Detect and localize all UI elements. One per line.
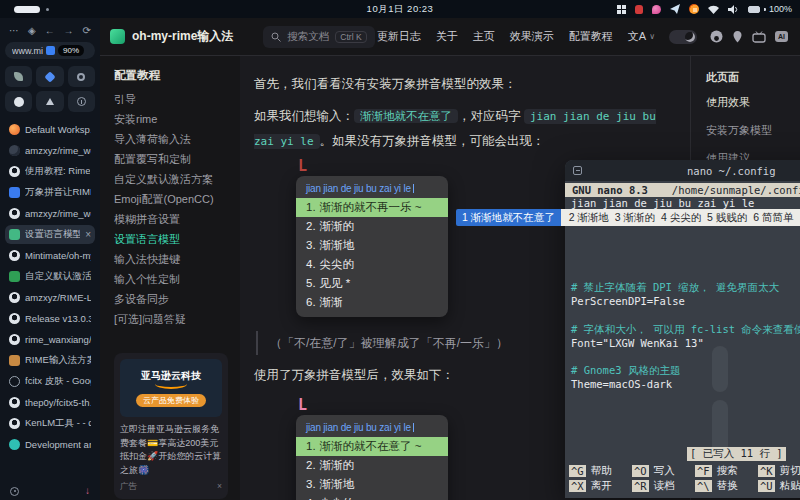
floating-widget[interactable] bbox=[712, 400, 728, 458]
extensions-button[interactable] bbox=[5, 66, 32, 87]
github-icon[interactable] bbox=[710, 30, 723, 43]
ai-assistant-icon[interactable]: AI bbox=[775, 31, 788, 42]
browser-tab[interactable]: 设置语言模型 × bbox=[5, 225, 95, 244]
tab-title: amzxyz/rime_wo… bbox=[25, 208, 91, 219]
browser-toolbar-icon[interactable]: ⟳ bbox=[83, 25, 91, 36]
sidebar-link[interactable]: 自定义默认激活方案 bbox=[114, 169, 230, 189]
settings-button[interactable] bbox=[68, 66, 95, 87]
sidebar-section-title[interactable]: 配置教程 bbox=[114, 68, 230, 83]
sidebar-link[interactable]: 多设备同步 bbox=[114, 289, 230, 309]
upload-button[interactable] bbox=[36, 91, 63, 112]
browser-tab[interactable]: amzxyz/RIME-LM… bbox=[5, 288, 95, 307]
keyboard-grid-tray-icon[interactable] bbox=[617, 5, 626, 14]
nav-link[interactable]: 效果演示 bbox=[510, 29, 554, 44]
tab-favicon bbox=[9, 250, 20, 261]
info-button[interactable] bbox=[68, 91, 95, 112]
sidebar-link[interactable]: 引导 bbox=[114, 89, 230, 109]
workspaces-button[interactable] bbox=[36, 66, 63, 87]
site-logo[interactable] bbox=[110, 29, 125, 44]
pin-icon[interactable] bbox=[732, 30, 743, 43]
browser-toolbar-icon[interactable]: ← bbox=[45, 25, 55, 36]
zoom-level-badge[interactable]: 90% bbox=[58, 45, 84, 56]
terminal-titlebar[interactable]: nano ~/.config bbox=[565, 160, 800, 181]
browser-toolbar-icon[interactable]: ⋯ bbox=[9, 25, 19, 36]
downloads-icon[interactable]: ↓ bbox=[85, 486, 90, 496]
red-app-tray-icon[interactable] bbox=[635, 5, 643, 14]
firefox-tray-icon[interactable] bbox=[689, 4, 699, 14]
nav-link[interactable]: 配置教程 bbox=[569, 29, 613, 44]
battery-indicator[interactable]: 100% bbox=[748, 4, 792, 14]
browser-tab[interactable]: amzxyz/rime_wo… bbox=[5, 141, 95, 160]
bilibili-tv-icon[interactable] bbox=[752, 31, 766, 43]
shortcut-label: 替换 bbox=[717, 479, 738, 493]
nav-link[interactable]: 关于 bbox=[436, 29, 458, 44]
ad-cta-button[interactable]: 云产品免费体验 bbox=[136, 394, 206, 407]
sidebar-link[interactable]: 设置语言模型 bbox=[114, 229, 230, 249]
browser-tab[interactable]: amzxyz/rime_wo… bbox=[5, 204, 95, 223]
wifi-icon[interactable] bbox=[708, 5, 719, 14]
telegram-tray-icon[interactable] bbox=[670, 4, 680, 14]
github-shortcut-button[interactable] bbox=[5, 91, 32, 112]
ime-candidate-selected[interactable]: 1 渐渐地就不在意了 bbox=[456, 209, 561, 226]
outline-link[interactable]: 安装万象模型 bbox=[706, 123, 800, 138]
outline-link[interactable]: 使用效果 bbox=[706, 95, 800, 110]
browser-tab[interactable]: 使用教程: Rime bbox=[5, 162, 95, 181]
volume-icon[interactable] bbox=[728, 5, 739, 14]
language-selector[interactable]: 文A ∨ bbox=[628, 29, 655, 44]
system-tray: 100% bbox=[617, 4, 800, 14]
browser-tab[interactable]: 自定义默认激活… bbox=[5, 267, 95, 286]
sidebar-link[interactable]: 配置覆写和定制 bbox=[114, 149, 230, 169]
quick-actions bbox=[5, 66, 95, 112]
terminal-line: Font="LXGW WenKai 13" bbox=[571, 337, 800, 351]
browser-toolbar-icon[interactable]: → bbox=[64, 25, 74, 36]
fcitx-tray-icon[interactable] bbox=[652, 5, 661, 14]
sidebar-link[interactable]: 模糊拼音设置 bbox=[114, 209, 230, 229]
moon-icon bbox=[685, 32, 695, 42]
browser-tab[interactable]: thep0y/fcitx5-th… bbox=[5, 393, 95, 412]
translate-icon[interactable] bbox=[46, 46, 55, 55]
theme-toggle[interactable] bbox=[669, 30, 697, 44]
terminal-line bbox=[571, 350, 800, 364]
new-tab-icon[interactable] bbox=[573, 166, 582, 175]
browser-tab[interactable]: 万象拼音让RIME… bbox=[5, 183, 95, 202]
ad-close-button[interactable]: × bbox=[217, 481, 222, 493]
search-placeholder: 搜索文档 bbox=[287, 30, 329, 44]
browser-tab[interactable]: fcitx 皮肤 - Goog… bbox=[5, 372, 95, 391]
browser-tab[interactable]: KenLM工具 - - d… bbox=[5, 414, 95, 433]
nav-link[interactable]: 主页 bbox=[473, 29, 495, 44]
shortcut-key: ^O bbox=[632, 465, 649, 477]
nano-status-message: [ 已写入 11 行 ] bbox=[687, 447, 786, 461]
docs-header: oh-my-rime输入法 搜索文档 Ctrl K 更新日志关于主页效果演示配置… bbox=[100, 18, 800, 56]
nav-link[interactable]: 更新日志 bbox=[377, 29, 421, 44]
system-top-bar: 10月1日 20:23 100% bbox=[0, 0, 800, 18]
social-icons: AI bbox=[710, 30, 788, 43]
gear-icon bbox=[77, 73, 85, 81]
shortcut-label: 读档 bbox=[654, 479, 675, 493]
browser-tab[interactable]: Release v13.0.3… bbox=[5, 309, 95, 328]
browser-tab[interactable]: RIME输入法方案… bbox=[5, 351, 95, 370]
search-button[interactable]: 搜索文档 Ctrl K bbox=[263, 26, 374, 48]
sidebar-link[interactable]: 安装rime bbox=[114, 109, 230, 129]
candidate-item: 1.渐渐的就不再一乐 ~ bbox=[296, 198, 448, 217]
sidebar-link[interactable]: 输入个性定制 bbox=[114, 269, 230, 289]
sidebar-link[interactable]: 输入法快捷键 bbox=[114, 249, 230, 269]
browser-tab[interactable]: Mintimate/oh-my… bbox=[5, 246, 95, 265]
privacy-eye-icon[interactable] bbox=[10, 487, 19, 496]
sidebar-link[interactable]: 导入薄荷输入法 bbox=[114, 129, 230, 149]
tab-title: amzxyz/rime_wo… bbox=[25, 145, 91, 156]
ad-label: 广告 bbox=[120, 481, 137, 493]
ad-card[interactable]: 亚马逊云科技 云产品免费体验 立即注册亚马逊云服务免费套餐💳享高达200美元抵扣… bbox=[114, 353, 228, 499]
site-title[interactable]: oh-my-rime输入法 bbox=[132, 28, 233, 45]
url-bar[interactable]: www.mi 90% bbox=[5, 42, 95, 59]
sidebar-link[interactable]: Emoji配置(OpenCC) bbox=[114, 189, 230, 209]
tab-close-button[interactable]: × bbox=[85, 229, 91, 240]
browser-tab[interactable]: rime_wanxiang/… bbox=[5, 330, 95, 349]
docs-sidebar: 配置教程 引导安装rime导入薄荷输入法配置覆写和定制自定义默认激活方案Emoj… bbox=[100, 56, 240, 500]
floating-widget[interactable] bbox=[712, 346, 728, 392]
browser-toolbar-icon[interactable]: ◈ bbox=[28, 25, 36, 36]
browser-tab[interactable]: Development an… bbox=[5, 435, 95, 454]
sidebar-link[interactable]: [可选]问题答疑 bbox=[114, 309, 230, 329]
browser-tab[interactable]: Default Worksp… bbox=[5, 120, 95, 139]
triangle-up-icon bbox=[46, 98, 54, 105]
ime-candidates-rest[interactable]: 2 渐渐地 3 渐渐的 4 尖尖的 5 贱贱的 6 简简单 bbox=[561, 209, 800, 226]
